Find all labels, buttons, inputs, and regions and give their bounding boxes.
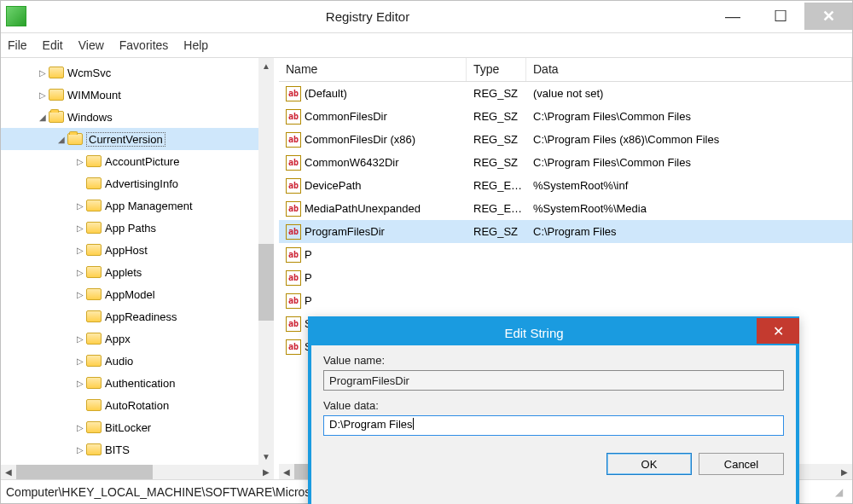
list-row[interactable]: abMediaPathUnexpandedREG_E…%SystemRoot%\… xyxy=(279,197,852,220)
tree-item[interactable]: ▷Applets xyxy=(1,261,258,283)
tree-vscrollbar[interactable]: ▲ ▼ xyxy=(258,58,274,465)
value-name: CommonW6432Dir xyxy=(305,156,399,169)
tree-item-label: AdvertisingInfo xyxy=(105,177,178,190)
tree-pane: ▷WcmSvc▷WIMMount◢Windows◢CurrentVersion▷… xyxy=(1,58,274,479)
dialog-close-button[interactable]: ✕ xyxy=(757,318,799,344)
tree-item-label: AutoRotation xyxy=(105,399,169,412)
expand-toggle-icon[interactable]: ◢ xyxy=(55,135,67,144)
string-value-icon: ab xyxy=(286,224,301,240)
tree-item[interactable]: AutoRotation xyxy=(1,394,258,416)
value-name: P xyxy=(305,294,312,307)
expand-toggle-icon[interactable]: ▷ xyxy=(74,223,86,233)
tree-item-label: WIMMount xyxy=(67,89,121,101)
cancel-button[interactable]: Cancel xyxy=(699,453,784,475)
menu-help[interactable]: Help xyxy=(183,38,208,52)
list-row[interactable]: abDevicePathREG_E…%SystemRoot%\inf xyxy=(279,174,852,197)
ok-button[interactable]: OK xyxy=(606,453,692,475)
value-data: %SystemRoot%\inf xyxy=(533,179,852,192)
expand-toggle-icon[interactable]: ▷ xyxy=(74,290,86,299)
list-row[interactable]: ab(Default)REG_SZ(value not set) xyxy=(279,82,852,105)
list-row[interactable]: abCommonFilesDirREG_SZC:\Program Files\C… xyxy=(279,105,852,128)
value-type: REG_SZ xyxy=(473,133,533,146)
expand-toggle-icon[interactable]: ◢ xyxy=(37,113,49,122)
value-type: REG_E… xyxy=(473,202,533,215)
string-value-icon: ab xyxy=(286,247,301,263)
folder-icon xyxy=(86,377,102,389)
string-value-icon: ab xyxy=(286,270,301,286)
scroll-left-icon[interactable]: ◀ xyxy=(1,465,16,479)
col-header-name[interactable]: Name xyxy=(279,58,467,81)
folder-icon xyxy=(49,111,64,123)
tree-item-label: Applets xyxy=(105,266,142,279)
folder-icon xyxy=(86,266,102,278)
tree-item[interactable]: ▷BitLocker xyxy=(1,416,258,438)
dialog-titlebar[interactable]: Edit String ✕ xyxy=(311,320,796,345)
folder-icon xyxy=(86,177,102,189)
tree-item[interactable]: ▷AppHost xyxy=(1,239,258,261)
value-name-input[interactable] xyxy=(323,370,784,391)
tree-item[interactable]: ▷Audio xyxy=(1,350,258,372)
maximize-button[interactable]: ☐ xyxy=(757,3,804,30)
scroll-down-icon[interactable]: ▼ xyxy=(258,449,274,465)
string-value-icon: ab xyxy=(286,109,301,125)
edit-string-dialog: Edit String ✕ Value name: Value data: D:… xyxy=(308,316,799,504)
folder-icon xyxy=(86,333,102,345)
value-data: C:\Program Files\Common Files xyxy=(533,110,852,123)
list-row[interactable]: abProgramFilesDirREG_SZC:\Program Files xyxy=(279,220,852,243)
expand-toggle-icon[interactable]: ▷ xyxy=(74,423,86,432)
tree-item[interactable]: AdvertisingInfo xyxy=(1,172,258,194)
menu-file[interactable]: File xyxy=(8,38,27,52)
expand-toggle-icon[interactable]: ▷ xyxy=(74,334,86,344)
tree-item[interactable]: AppReadiness xyxy=(1,305,258,327)
string-value-icon: ab xyxy=(286,132,301,148)
tree-item[interactable]: ▷WcmSvc xyxy=(1,61,258,84)
close-button[interactable]: ✕ xyxy=(804,3,852,30)
tree-item-label: Authentication xyxy=(105,377,175,390)
value-type: REG_SZ xyxy=(473,156,533,169)
value-data-input[interactable]: D:\Program Files xyxy=(323,415,784,436)
list-row[interactable]: abP xyxy=(279,289,852,312)
list-row[interactable]: abP xyxy=(279,266,852,289)
tree-item[interactable]: ▷Appx xyxy=(1,327,258,350)
tree-item[interactable]: ▷AppModel xyxy=(1,283,258,305)
scroll-left-icon[interactable]: ◀ xyxy=(279,464,294,479)
expand-toggle-icon[interactable]: ▷ xyxy=(74,157,86,166)
list-row[interactable]: abP xyxy=(279,243,852,266)
tree-item[interactable]: ◢CurrentVersion xyxy=(1,128,258,150)
tree-hscrollbar[interactable]: ◀ ▶ xyxy=(1,465,274,479)
scroll-right-icon[interactable]: ▶ xyxy=(837,464,852,479)
menu-favorites[interactable]: Favorites xyxy=(119,38,169,52)
tree-item-label: AppHost xyxy=(105,244,148,257)
tree-item[interactable]: ◢Windows xyxy=(1,106,258,128)
tree-item[interactable]: ▷App Management xyxy=(1,194,258,217)
tree-item[interactable]: ▷WIMMount xyxy=(1,84,258,106)
expand-toggle-icon[interactable]: ▷ xyxy=(74,268,86,277)
expand-toggle-icon[interactable]: ▷ xyxy=(74,246,86,255)
titlebar[interactable]: Registry Editor — ☐ ✕ xyxy=(1,1,852,33)
string-value-icon: ab xyxy=(286,339,301,355)
tree-item[interactable]: ▷Authentication xyxy=(1,372,258,394)
list-row[interactable]: abCommonFilesDir (x86)REG_SZC:\Program F… xyxy=(279,128,852,151)
minimize-button[interactable]: — xyxy=(709,3,757,30)
expand-toggle-icon[interactable]: ▷ xyxy=(74,356,86,366)
value-data: (value not set) xyxy=(533,87,852,100)
scroll-right-icon[interactable]: ▶ xyxy=(258,465,274,479)
value-name: DevicePath xyxy=(305,179,361,192)
expand-toggle-icon[interactable]: ▷ xyxy=(37,68,49,78)
scroll-up-icon[interactable]: ▲ xyxy=(258,58,274,73)
menu-view[interactable]: View xyxy=(78,38,104,52)
menu-edit[interactable]: Edit xyxy=(43,38,63,52)
col-header-type[interactable]: Type xyxy=(467,58,526,81)
expand-toggle-icon[interactable]: ▷ xyxy=(74,445,86,455)
tree-item[interactable]: ▷AccountPicture xyxy=(1,150,258,172)
expand-toggle-icon[interactable]: ▷ xyxy=(37,90,49,100)
tree-item-label: BITS xyxy=(105,443,130,456)
expand-toggle-icon[interactable]: ▷ xyxy=(74,201,86,211)
tree-item[interactable]: ▷BITS xyxy=(1,438,258,461)
tree-item[interactable]: ▷App Paths xyxy=(1,217,258,239)
menubar: File Edit View Favorites Help xyxy=(1,33,852,59)
col-header-data[interactable]: Data xyxy=(526,58,852,81)
expand-toggle-icon[interactable]: ▷ xyxy=(74,379,86,388)
resize-grip-icon[interactable]: ◢ xyxy=(835,486,847,498)
list-row[interactable]: abCommonW6432DirREG_SZC:\Program Files\C… xyxy=(279,151,852,174)
